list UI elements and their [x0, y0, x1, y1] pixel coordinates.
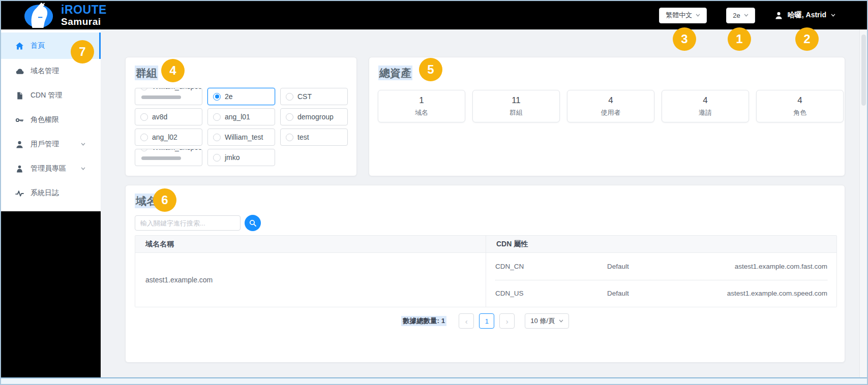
cdn-attributes-cell: CDN_CN Default astest1.example.com.fast.… — [486, 253, 836, 307]
next-page-button[interactable]: › — [499, 313, 515, 329]
group-options-grid: William_dnspod 2e CST av8d ang_l01 — [135, 88, 348, 166]
group-option-av8d[interactable]: av8d — [135, 108, 202, 125]
key-icon — [15, 116, 24, 124]
search-button[interactable] — [245, 215, 261, 231]
sidebar-item-role-permissions[interactable]: 角色權限 — [1, 108, 101, 132]
document-icon — [15, 91, 24, 100]
stat-value: 11 — [512, 95, 521, 106]
group-option-label: test — [297, 133, 309, 141]
stat-value: 4 — [797, 95, 802, 106]
language-select-button[interactable]: 繁體中文 — [659, 8, 707, 23]
cdn-cname: astest1.example.com.speed.com — [709, 290, 827, 297]
admin-user-icon — [15, 165, 24, 173]
page-size-select[interactable]: 10 條/頁 — [525, 313, 569, 329]
sidebar-item-system-logs[interactable]: 系統日誌 — [1, 181, 101, 205]
vertical-scrollbar-track[interactable] — [859, 29, 867, 377]
group-option-label: 2e — [225, 92, 233, 101]
group-option-ang-l02[interactable]: ang_l02 — [135, 129, 202, 146]
user-menu[interactable]: 哈囉, Astrid — [774, 11, 835, 20]
annotation-badge-7: 7 — [71, 40, 94, 63]
group-option-william-dnspod-2[interactable]: William_dnspod — [135, 149, 202, 166]
brand-text: iROUTE Samurai — [61, 4, 107, 26]
group-option-cst[interactable]: CST — [280, 88, 348, 105]
stat-label: 群組 — [510, 108, 523, 117]
column-header-cdn-attributes: CDN 屬性 — [486, 236, 836, 252]
group-option-jmko[interactable]: jmko — [207, 149, 275, 166]
group-option-label: CST — [297, 92, 312, 101]
activity-icon — [15, 189, 24, 198]
annotation-badge-5: 5 — [419, 58, 442, 81]
page-number-button[interactable]: 1 — [479, 313, 494, 329]
column-header-domain-name: 域名名稱 — [135, 236, 486, 252]
annotation-badge-1: 1 — [728, 27, 751, 51]
page-size-label: 10 條/頁 — [530, 316, 555, 326]
annotation-badge-4: 4 — [161, 59, 185, 82]
sidebar-item-label: 用戶管理 — [31, 140, 59, 149]
search-icon — [249, 219, 257, 227]
domains-table: 域名名稱 CDN 屬性 astest1.example.com CDN_CN D… — [135, 235, 837, 307]
sidebar-item-label: 角色權限 — [31, 115, 59, 124]
radio-icon — [213, 134, 221, 141]
cdn-cname: astest1.example.com.fast.com — [709, 263, 827, 270]
cloud-icon — [15, 67, 24, 76]
group-option-label: demogroup — [297, 113, 334, 121]
group-option-label: William_test — [225, 133, 263, 141]
cdn-name: CDN_CN — [495, 263, 607, 270]
horizontal-scrollbar-thumb[interactable] — [141, 156, 181, 160]
group-select-button[interactable]: 2e — [726, 8, 755, 23]
groups-panel-title: 群組 — [135, 66, 158, 80]
radio-icon — [286, 134, 293, 141]
vertical-scrollbar-thumb[interactable] — [861, 35, 866, 106]
group-option-demogroup[interactable]: demogroup — [280, 108, 348, 125]
user-greeting: 哈囉, Astrid — [788, 11, 826, 20]
cdn-entry-row: CDN_CN Default astest1.example.com.fast.… — [486, 253, 836, 280]
cdn-profile: Default — [607, 263, 709, 270]
chevron-down-icon — [559, 319, 563, 323]
group-option-william-test[interactable]: William_test — [207, 129, 275, 146]
radio-icon — [286, 93, 293, 101]
brand-line-2: Samurai — [61, 17, 107, 26]
pagination: 數據總數量: 1 ‹ 1 › 10 條/頁 — [126, 313, 845, 329]
chevron-down-icon — [81, 167, 85, 170]
horizontal-scrollbar-thumb[interactable] — [141, 95, 181, 99]
app-logo[interactable]: iROUTE Samurai — [16, 1, 107, 29]
cdn-profile: Default — [607, 290, 709, 297]
table-row: astest1.example.com CDN_CN Default astes… — [135, 253, 836, 307]
asset-stats-row: 1 域名 11 群組 4 使用者 4 邀請 4 角色 — [378, 90, 844, 122]
group-option-test[interactable]: test — [280, 129, 348, 146]
top-bar: iROUTE Samurai 繁體中文 2e — [1, 1, 867, 29]
user-icon — [774, 11, 783, 20]
app-window: iROUTE Samurai 繁體中文 2e — [0, 0, 868, 385]
window-bottom-edge — [1, 377, 867, 384]
sidebar-item-label: CDN 管理 — [31, 91, 62, 100]
cdn-name: CDN_US — [495, 290, 607, 297]
sidebar-item-label: 域名管理 — [31, 67, 59, 76]
sidebar: 首頁 域名管理 CDN 管理 角色權限 — [1, 29, 101, 379]
radio-icon — [140, 113, 148, 121]
domains-table-header: 域名名稱 CDN 屬性 — [135, 236, 836, 253]
sidebar-item-user-management[interactable]: 用戶管理 — [1, 132, 101, 156]
sidebar-item-admin-area[interactable]: 管理員專區 — [1, 156, 101, 181]
annotation-badge-3: 3 — [673, 27, 696, 51]
brand-line-1: iROUTE — [61, 4, 107, 16]
stat-label: 使用者 — [601, 108, 621, 117]
previous-page-button[interactable]: ‹ — [459, 313, 474, 329]
domain-name-cell: astest1.example.com — [135, 253, 486, 307]
group-option-label: av8d — [152, 113, 167, 121]
chevron-down-icon — [696, 14, 700, 17]
group-option-william-dnspod[interactable]: William_dnspod — [135, 88, 202, 105]
group-option-ang-l01[interactable]: ang_l01 — [207, 108, 275, 125]
radio-icon — [140, 149, 148, 151]
stat-value: 4 — [608, 95, 613, 106]
group-option-2e[interactable]: 2e — [207, 88, 275, 105]
group-option-label: jmko — [225, 153, 240, 162]
radio-selected-icon — [213, 93, 221, 101]
stat-card-domains: 1 域名 — [378, 90, 465, 122]
radio-icon — [140, 88, 148, 90]
sidebar-item-cdn-management[interactable]: CDN 管理 — [1, 83, 101, 108]
user-icon — [15, 140, 24, 149]
domain-search-input[interactable] — [135, 215, 241, 231]
sidebar-item-label: 系統日誌 — [31, 188, 59, 198]
group-option-label: ang_l02 — [152, 133, 177, 141]
stat-card-roles: 4 角色 — [756, 90, 844, 122]
